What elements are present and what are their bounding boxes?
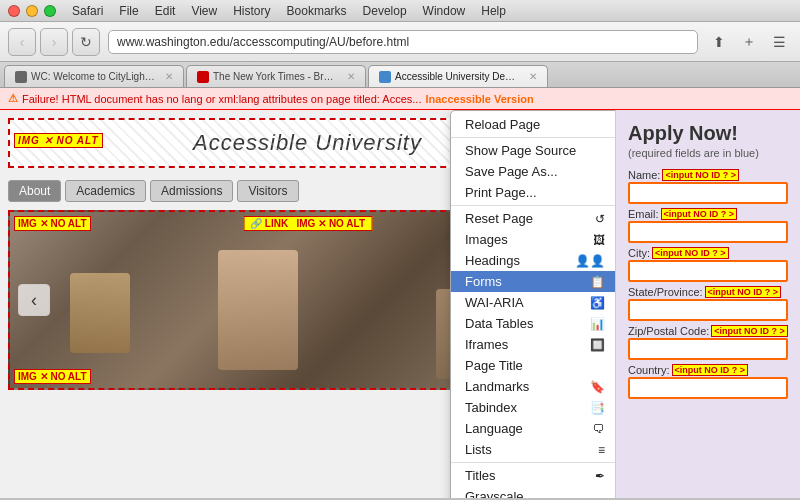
forms-icon: 📋 [590, 275, 605, 289]
img-no-alt-badge-bottom: IMG ✕ NO ALT [14, 369, 91, 384]
tab-favicon-1 [197, 71, 209, 83]
menu-bar[interactable]: Safari File Edit View History Bookmarks … [72, 4, 506, 18]
form-label-name: Name: <input NO ID ? > [628, 169, 788, 181]
menu-page-title[interactable]: Page Title [451, 355, 615, 376]
context-menu[interactable]: Reload Page Show Page Source Save Page A… [450, 110, 615, 498]
menu-titles[interactable]: Titles✒ [451, 465, 615, 486]
form-row-city: City: <input NO ID ? > [628, 247, 788, 282]
reload-button[interactable]: ↻ [72, 28, 100, 56]
tab-label-0: WC: Welcome to CityLights! [Inaccessible… [31, 71, 157, 82]
menu-view[interactable]: View [191, 4, 217, 18]
nav-academics[interactable]: Academics [65, 180, 146, 202]
main-area: IMG ✕ NO ALT Accessible University About… [0, 110, 800, 498]
minimize-button[interactable] [26, 5, 38, 17]
img-no-alt-badge-main: IMG ✕ NO ALT [14, 216, 91, 231]
link-badge: 🔗 LINK IMG ✕ NO ALT [243, 216, 372, 231]
close-button[interactable] [8, 5, 20, 17]
form-row-zip: Zip/Postal Code: <input NO ID ? > [628, 325, 788, 360]
carousel-prev-button[interactable]: ‹ [18, 284, 50, 316]
form-row-email: Email: <input NO ID ? > [628, 208, 788, 243]
reset-icon: ↺ [595, 212, 605, 226]
apply-subtitle: (required fields are in blue) [628, 147, 788, 159]
menu-sep-1 [451, 137, 615, 138]
apply-title: Apply Now! [628, 122, 788, 145]
menu-sep-3 [451, 462, 615, 463]
maximize-button[interactable] [44, 5, 56, 17]
input-email[interactable] [628, 221, 788, 243]
tab-favicon-2 [379, 71, 391, 83]
back-button[interactable]: ‹ [8, 28, 36, 56]
add-tab-button[interactable]: ＋ [736, 29, 762, 55]
tab-close-0[interactable]: ✕ [165, 71, 173, 82]
tab-close-1[interactable]: ✕ [347, 71, 355, 82]
landmarks-icon: 🔖 [590, 380, 605, 394]
input-zip[interactable] [628, 338, 788, 360]
url-text: www.washington.edu/accesscomputing/AU/be… [117, 35, 409, 49]
form-row-state: State/Province: <input NO ID ? > [628, 286, 788, 321]
page-content: IMG ✕ NO ALT Accessible University About… [0, 110, 615, 498]
menu-language[interactable]: Language🗨 [451, 418, 615, 439]
forward-button[interactable]: › [40, 28, 68, 56]
reader-button[interactable]: ☰ [766, 29, 792, 55]
menu-show-source[interactable]: Show Page Source [451, 140, 615, 161]
menu-develop[interactable]: Develop [363, 4, 407, 18]
inaccessible-label: Inaccessible Version [425, 93, 533, 105]
share-button[interactable]: ⬆ [706, 29, 732, 55]
menu-wai-aria[interactable]: WAI-ARIA♿ [451, 292, 615, 313]
input-state[interactable] [628, 299, 788, 321]
browser-toolbar: ‹ › ↻ www.washington.edu/accesscomputing… [0, 22, 800, 62]
menu-print-page[interactable]: Print Page... [451, 182, 615, 203]
menu-images[interactable]: Images🖼 [451, 229, 615, 250]
tabs-bar: WC: Welcome to CityLights! [Inaccessible… [0, 62, 800, 88]
address-bar[interactable]: www.washington.edu/accesscomputing/AU/be… [108, 30, 698, 54]
menu-iframes[interactable]: Iframes🔲 [451, 334, 615, 355]
menu-window[interactable]: Window [423, 4, 466, 18]
menu-tabindex[interactable]: Tabindex📑 [451, 397, 615, 418]
tab-label-1: The New York Times - Breaking News, Worl… [213, 71, 339, 82]
language-icon: 🗨 [593, 422, 605, 436]
header-img-badge: IMG ✕ NO ALT [14, 124, 107, 150]
window-controls[interactable] [8, 5, 56, 17]
input-badge-email: <input NO ID ? > [661, 208, 738, 220]
form-label-state: State/Province: <input NO ID ? > [628, 286, 788, 298]
tab-favicon-0 [15, 71, 27, 83]
menu-history[interactable]: History [233, 4, 270, 18]
tab-close-2[interactable]: ✕ [529, 71, 537, 82]
menu-help[interactable]: Help [481, 4, 506, 18]
title-bar: Safari File Edit View History Bookmarks … [0, 0, 800, 22]
menu-reset-page[interactable]: Reset Page↺ [451, 208, 615, 229]
input-city[interactable] [628, 260, 788, 282]
input-name[interactable] [628, 182, 788, 204]
menu-reload-page[interactable]: Reload Page [451, 114, 615, 135]
nav-visitors[interactable]: Visitors [237, 180, 298, 202]
menu-data-tables[interactable]: Data Tables📊 [451, 313, 615, 334]
menu-edit[interactable]: Edit [155, 4, 176, 18]
form-label-country: Country: <input NO ID ? > [628, 364, 788, 376]
input-country[interactable] [628, 377, 788, 399]
input-badge-name: <input NO ID ? > [662, 169, 739, 181]
tabindex-icon: 📑 [590, 401, 605, 415]
menu-bookmarks[interactable]: Bookmarks [287, 4, 347, 18]
tab-0[interactable]: WC: Welcome to CityLights! [Inaccessible… [4, 65, 184, 87]
menu-grayscale[interactable]: Grayscale [451, 486, 615, 498]
form-label-city: City: <input NO ID ? > [628, 247, 788, 259]
menu-file[interactable]: File [119, 4, 138, 18]
input-badge-city: <input NO ID ? > [652, 247, 729, 259]
nav-admissions[interactable]: Admissions [150, 180, 233, 202]
form-label-zip: Zip/Postal Code: <input NO ID ? > [628, 325, 788, 337]
tab-2[interactable]: Accessible University Demo Site - Inacce… [368, 65, 548, 87]
images-icon: 🖼 [593, 233, 605, 247]
menu-sep-2 [451, 205, 615, 206]
error-bar: ⚠ Failure! HTML document has no lang or … [0, 88, 800, 110]
nav-about[interactable]: About [8, 180, 61, 202]
tables-icon: 📊 [590, 317, 605, 331]
menu-save-page[interactable]: Save Page As... [451, 161, 615, 182]
menu-lists[interactable]: Lists≡ [451, 439, 615, 460]
menu-landmarks[interactable]: Landmarks🔖 [451, 376, 615, 397]
menu-headings[interactable]: Headings👤👤 [451, 250, 615, 271]
tab-1[interactable]: The New York Times - Breaking News, Worl… [186, 65, 366, 87]
wai-aria-icon: ♿ [590, 296, 605, 310]
iframes-icon: 🔲 [590, 338, 605, 352]
menu-forms[interactable]: Forms📋 [451, 271, 615, 292]
menu-safari[interactable]: Safari [72, 4, 103, 18]
